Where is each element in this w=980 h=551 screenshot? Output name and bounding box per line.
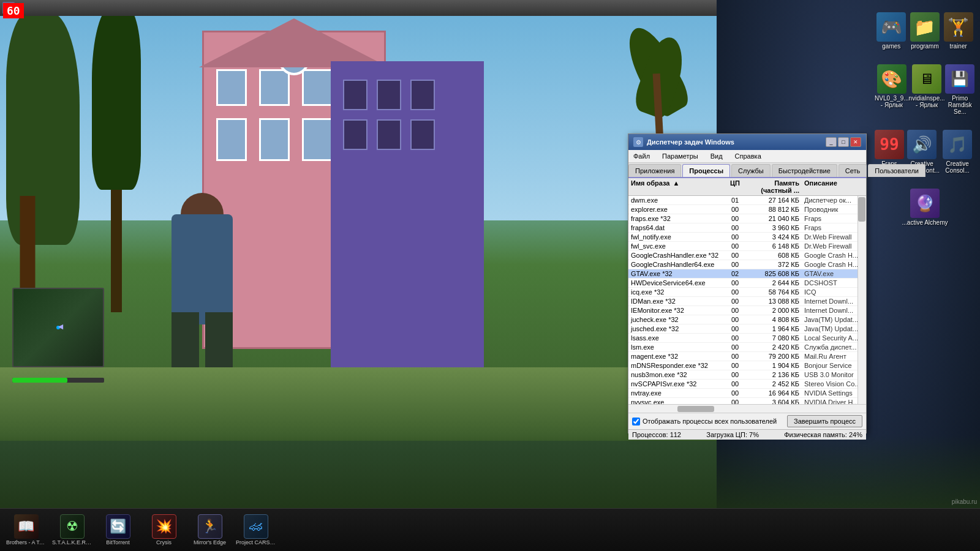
col-header-cpu[interactable]: ЦП: [723, 179, 747, 194]
desktop-icon-creative-console[interactable]: 🎵 Creative Consol...: [940, 130, 975, 174]
process-list: dwm.exe 01 27 164 КБ Диспетчер ок... exp…: [628, 196, 866, 404]
process-description: Fraps: [802, 224, 866, 231]
minimize-button[interactable]: _: [826, 137, 837, 147]
process-memory: 16 964 КБ: [747, 389, 802, 397]
process-row[interactable]: IDMan.exe *32 00 13 088 КБ Internet Down…: [628, 297, 866, 306]
col-header-memory[interactable]: Память (частный ...: [747, 179, 802, 194]
process-cpu: 00: [723, 399, 747, 404]
h-scrollbar-thumb[interactable]: [677, 406, 714, 412]
end-process-button[interactable]: Завершить процесс: [787, 415, 862, 427]
process-row[interactable]: jucheck.exe *32 00 4 808 КБ Java(TM) Upd…: [628, 315, 866, 324]
process-cpu: 00: [723, 353, 747, 360]
process-memory: 13 088 КБ: [747, 298, 802, 305]
process-row[interactable]: nvtray.exe 00 16 964 КБ NVIDIA Settings: [628, 389, 866, 398]
process-memory: 2 452 КБ: [747, 380, 802, 388]
desktop-icon-active-alchemy[interactable]: 🔮 ...active Alchemy: [902, 189, 948, 226]
menu-view[interactable]: Вид: [708, 151, 725, 161]
process-row[interactable]: fwl_svc.exe 00 6 148 КБ Dr.Web Firewall: [628, 242, 866, 251]
process-cpu: 00: [723, 325, 747, 332]
process-memory: 6 148 КБ: [747, 242, 802, 250]
process-row[interactable]: lsass.exe 00 7 080 КБ Local Security A..…: [628, 334, 866, 343]
show-all-processes-row: Отображать процессы всех пользователей: [632, 418, 777, 425]
process-row[interactable]: nvSCPAPISvr.exe *32 00 2 452 КБ Stereo V…: [628, 380, 866, 389]
process-cpu: 00: [723, 242, 747, 250]
process-cpu: 00: [723, 334, 747, 342]
process-memory: 1 964 КБ: [747, 325, 802, 332]
process-row[interactable]: GoogleCrashHandler64.exe 00 372 КБ Googl…: [628, 260, 866, 269]
process-row[interactable]: dwm.exe 01 27 164 КБ Диспетчер ок...: [628, 196, 866, 205]
desktop-icon-nvidia-inspector[interactable]: 🖥 nvidiaInspe... - Ярлык: [909, 64, 945, 115]
process-row[interactable]: magent.exe *32 00 79 200 КБ Mail.Ru Аген…: [628, 352, 866, 361]
menu-help[interactable]: Справка: [733, 151, 764, 161]
task-manager-title: Диспетчер задач Windows: [647, 138, 734, 146]
desktop-icon-trainer[interactable]: 🏋 trainer: [944, 12, 973, 50]
tab-network[interactable]: Сеть: [839, 164, 867, 177]
process-row[interactable]: nvvsvc.exe 00 3 604 КБ NVIDIA Driver H..…: [628, 398, 866, 404]
process-row[interactable]: IEMonitor.exe *32 00 2 000 КБ Internet D…: [628, 306, 866, 315]
process-row[interactable]: GoogleCrashHandler.exe *32 00 608 КБ Goo…: [628, 251, 866, 260]
tab-performance[interactable]: Быстродействие: [772, 164, 837, 177]
col-header-description[interactable]: Описание: [802, 179, 866, 194]
scrollbar-thumb[interactable]: [858, 197, 865, 222]
menu-parameters[interactable]: Параметры: [660, 151, 701, 161]
process-description: Fraps: [802, 215, 866, 222]
process-row[interactable]: fraps64.dat 00 3 960 КБ Fraps: [628, 223, 866, 233]
process-memory: 1 904 КБ: [747, 362, 802, 369]
process-description: GTAV.exe: [802, 270, 866, 277]
desktop-icon-games[interactable]: 🎮 games: [876, 12, 906, 50]
taskbar-item-crysis[interactable]: 💥 Crysis: [144, 512, 184, 548]
desktop-icon-primo-ramdisk[interactable]: 💾 Primo Ramdisk Se...: [945, 64, 975, 115]
task-manager-menubar: Файл Параметры Вид Справка: [628, 150, 866, 163]
desktop-icon-programm[interactable]: 📁 programm: [910, 12, 940, 50]
process-row[interactable]: nusb3mon.exe *32 00 2 136 КБ USB 3.0 Mon…: [628, 370, 866, 380]
taskbar-item-brothers[interactable]: 📖 Brothers - A Tale of I...: [6, 512, 46, 548]
show-all-processes-checkbox[interactable]: [632, 418, 640, 425]
taskbar-item-project-cars[interactable]: 🏎 Project CARS Launcher: [236, 512, 276, 548]
process-memory: 58 764 КБ: [747, 288, 802, 296]
show-all-processes-label: Отображать процессы всех пользователей: [643, 418, 777, 425]
taskbar-label-mirrors-edge: Mirror's Edge: [194, 539, 226, 545]
taskbar-item-bittorrent[interactable]: 🔄 BitTorrent: [98, 512, 138, 548]
process-description: NVIDIA Driver H...: [802, 399, 866, 404]
process-row[interactable]: icq.exe *32 00 58 764 КБ ICQ: [628, 288, 866, 297]
task-manager-titlebar: ⚙ Диспетчер задач Windows _ □ ✕: [628, 134, 866, 150]
tab-services[interactable]: Службы: [731, 164, 771, 177]
tab-processes[interactable]: Процессы: [682, 164, 730, 177]
menu-file[interactable]: Файл: [631, 151, 652, 161]
close-button[interactable]: ✕: [850, 137, 861, 147]
process-memory: 2 136 КБ: [747, 371, 802, 378]
tab-applications[interactable]: Приложения: [628, 164, 681, 177]
process-table-header: Имя образа ▲ ЦП Память (частный ... Опис…: [628, 178, 866, 196]
process-description: Internet Downl...: [802, 298, 866, 305]
process-description: Mail.Ru Агент: [802, 353, 866, 360]
tab-users[interactable]: Пользователи: [868, 164, 925, 177]
process-name: lsm.exe: [628, 343, 723, 351]
process-name: fwl_notify.exe: [628, 233, 723, 241]
process-row[interactable]: jusched.exe *32 00 1 964 КБ Java(TM) Upd…: [628, 324, 866, 334]
desktop-icon-nvl[interactable]: 🎨 NVL0_3_9... - Ярлык: [875, 64, 909, 115]
scrollbar-track[interactable]: [858, 196, 866, 404]
col-header-name[interactable]: Имя образа ▲: [628, 179, 723, 194]
process-row[interactable]: GTAV.exe *32 02 825 608 КБ GTAV.exe: [628, 269, 866, 279]
horizontal-scrollbar[interactable]: [628, 404, 866, 413]
process-row[interactable]: lsm.exe 00 2 420 КБ Служба диспет...: [628, 343, 866, 352]
process-description: Stereo Vision Co...: [802, 380, 866, 388]
maximize-button[interactable]: □: [838, 137, 849, 147]
process-name: nvvsvc.exe: [628, 399, 723, 404]
process-cpu: 00: [723, 215, 747, 222]
taskbar-item-mirrors-edge[interactable]: 🏃 Mirror's Edge: [190, 512, 230, 548]
task-manager-tabs: Приложения Процессы Службы Быстродействи…: [628, 163, 866, 178]
process-row[interactable]: fwl_notify.exe 00 3 424 КБ Dr.Web Firewa…: [628, 233, 866, 242]
process-row[interactable]: HWDeviceService64.exe 00 2 644 КБ DCSHOS…: [628, 279, 866, 288]
process-row[interactable]: fraps.exe *32 00 21 040 КБ Fraps: [628, 214, 866, 223]
process-description: Dr.Web Firewall: [802, 242, 866, 250]
process-memory: 2 000 КБ: [747, 307, 802, 314]
process-cpu: 00: [723, 224, 747, 231]
process-name: fraps64.dat: [628, 224, 723, 231]
taskbar-item-stalker[interactable]: ☢ S.T.A.L.K.E.R. - Зов При...: [52, 512, 92, 548]
process-row[interactable]: mDNSResponder.exe *32 00 1 904 КБ Bonjou…: [628, 361, 866, 370]
pink-building-roof: [199, 18, 389, 67]
process-row[interactable]: explorer.exe 00 88 812 КБ Проводник: [628, 205, 866, 214]
health-fill: [12, 378, 67, 383]
process-cpu: 00: [723, 389, 747, 397]
